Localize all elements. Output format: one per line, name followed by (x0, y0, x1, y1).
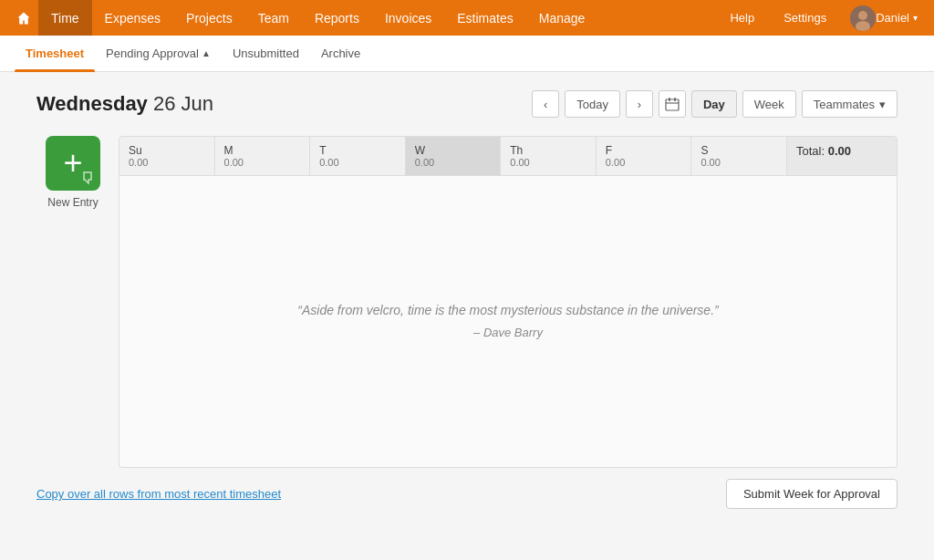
tab-unsubmitted[interactable]: Unsubmitted (222, 36, 310, 72)
grid-col-th: Th 0.00 (501, 137, 597, 175)
grid-total: Total: 0.00 (787, 137, 897, 175)
grid-header: Su 0.00 M 0.00 T 0.00 W 0.00 Th 0.00 (119, 136, 898, 176)
sub-navigation: Timesheet Pending Approval ▲ Unsubmitted… (0, 36, 934, 72)
nav-help[interactable]: Help (717, 0, 767, 36)
nav-item-time[interactable]: Time (38, 0, 92, 36)
grid-body: “Aside from velcro, time is the most mys… (119, 176, 898, 468)
nav-item-expenses[interactable]: Expenses (92, 0, 173, 36)
svg-rect-5 (674, 98, 676, 101)
nav-item-manage[interactable]: Manage (526, 0, 598, 36)
main-content: Wednesday 26 Jun ‹ Today › Day Week Team… (0, 72, 934, 545)
home-button[interactable] (9, 0, 38, 36)
empty-state-message: “Aside from velcro, time is the most mys… (297, 299, 718, 344)
next-button[interactable]: › (626, 90, 653, 118)
new-entry-label: New Entry (47, 196, 98, 209)
avatar (850, 5, 876, 31)
new-entry-icon: + (46, 136, 100, 191)
weekly-grid: Su 0.00 M 0.00 T 0.00 W 0.00 Th 0.00 (119, 136, 898, 468)
tab-archive[interactable]: Archive (310, 36, 371, 72)
grid-col-su: Su 0.00 (119, 137, 215, 175)
copy-rows-link[interactable]: Copy over all rows from most recent time… (36, 487, 281, 501)
tab-timesheet[interactable]: Timesheet (15, 36, 95, 72)
teammates-button[interactable]: Teammates ▾ (802, 90, 898, 118)
week-view-button[interactable]: Week (742, 90, 796, 118)
svg-point-1 (858, 11, 867, 20)
calendar-button[interactable] (659, 90, 686, 118)
date-title: Wednesday 26 Jun (36, 92, 213, 116)
nav-item-estimates[interactable]: Estimates (444, 0, 525, 36)
teammates-chevron-icon: ▾ (879, 98, 886, 111)
grid-col-w: W 0.00 (406, 137, 502, 175)
svg-rect-4 (669, 98, 670, 101)
pending-dot: ▲ (202, 48, 211, 58)
grid-col-m: M 0.00 (215, 137, 311, 175)
nav-username: Daniel (876, 11, 909, 25)
new-entry-button[interactable]: + New Entry (36, 136, 109, 209)
chevron-down-icon: ▾ (913, 13, 918, 23)
prev-button[interactable]: ‹ (532, 90, 559, 118)
grid-col-f: F 0.00 (597, 137, 692, 175)
date-header: Wednesday 26 Jun ‹ Today › Day Week Team… (36, 90, 898, 118)
footer-actions: Copy over all rows from most recent time… (36, 479, 898, 527)
timesheet-container: + New Entry Su 0.00 M 0.00 T 0 (36, 136, 898, 468)
submit-week-button[interactable]: Submit Week for Approval (726, 479, 898, 509)
grid-col-s: S 0.00 (691, 137, 787, 175)
nav-item-team[interactable]: Team (245, 0, 302, 36)
nav-item-reports[interactable]: Reports (302, 0, 372, 36)
nav-settings[interactable]: Settings (771, 0, 839, 36)
top-navigation: Time Expenses Projects Team Reports Invo… (0, 0, 934, 36)
nav-user-menu[interactable]: Daniel ▾ (843, 0, 925, 36)
date-controls: ‹ Today › Day Week Teammates ▾ (532, 90, 898, 118)
tab-pending-approval[interactable]: Pending Approval ▲ (95, 36, 222, 72)
svg-rect-3 (666, 99, 679, 110)
grid-col-t: T 0.00 (310, 137, 406, 175)
day-view-button[interactable]: Day (691, 90, 737, 118)
today-button[interactable]: Today (565, 90, 620, 118)
nav-item-invoices[interactable]: Invoices (372, 0, 444, 36)
nav-item-projects[interactable]: Projects (173, 0, 245, 36)
